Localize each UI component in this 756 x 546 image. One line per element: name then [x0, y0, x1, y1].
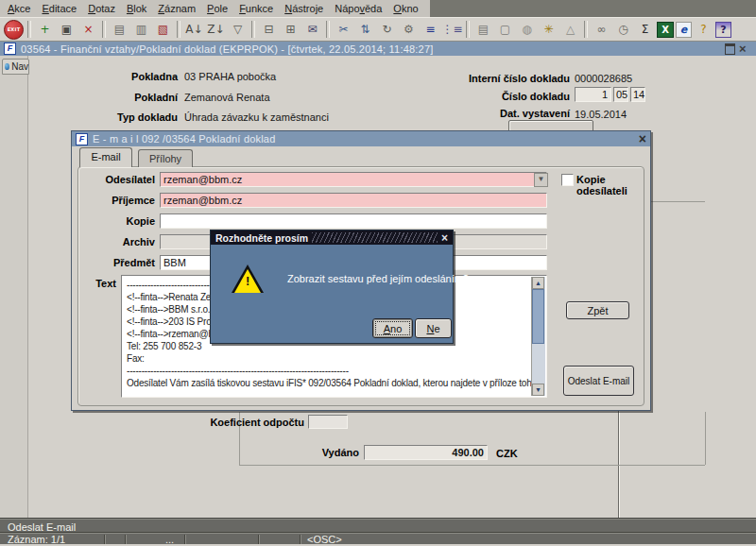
- confirm-dialog: Rozhodněte prosím × ! Zobrazit sestavu p…: [210, 230, 454, 344]
- vydano-field[interactable]: 490.00: [364, 445, 488, 460]
- text-line: ----------------------------------------…: [122, 365, 546, 377]
- filter-icon[interactable]: ▽: [228, 20, 248, 39]
- clipboard-icon[interactable]: ▤: [473, 20, 493, 39]
- hierarchy-icon[interactable]: ⋮≡: [442, 20, 462, 39]
- hint-icon[interactable]: ?: [694, 20, 713, 39]
- confirm-dialog-close-icon[interactable]: ×: [441, 231, 453, 245]
- email-dialog-title: E - m a i l 092 /03564 Pokladní doklad: [93, 133, 276, 145]
- sum-icon[interactable]: Σ: [635, 20, 655, 39]
- divider-line: [650, 201, 705, 202]
- back-button[interactable]: Zpět: [566, 301, 629, 319]
- typ-dokladu-value[interactable]: Úhrada závazku k zaměstnanci: [184, 111, 329, 123]
- pokladna-label: Pokladna: [90, 71, 178, 82]
- document-icon[interactable]: ▢: [495, 20, 515, 39]
- pokladna-value[interactable]: 03 PRAHA pobočka: [184, 71, 276, 82]
- rotate-icon[interactable]: ↻: [377, 20, 397, 39]
- restore-icon[interactable]: [725, 43, 735, 55]
- predmet-label: Předmět: [79, 257, 155, 268]
- tab-prilohy[interactable]: Přílohy: [138, 149, 193, 167]
- titlebar-hatch-pattern: [312, 232, 438, 243]
- send-email-button[interactable]: Odeslat E-mail: [563, 366, 634, 396]
- odesilatel-input[interactable]: rzeman@bbm.cz: [160, 172, 547, 187]
- excel-icon[interactable]: X: [657, 22, 674, 38]
- pokladni-label: Pokladní: [90, 92, 178, 103]
- toolbar-separator: [27, 21, 31, 38]
- print-icon[interactable]: ⊟: [259, 20, 279, 39]
- menu-item-3[interactable]: Blok: [121, 1, 152, 16]
- globe-icon[interactable]: ◍: [517, 20, 537, 39]
- kopie-input[interactable]: [160, 213, 547, 229]
- close-icon[interactable]: ×: [739, 42, 747, 56]
- cislo-dokladu-part2[interactable]: 05: [613, 87, 628, 102]
- scrollbar-thumb[interactable]: [532, 289, 544, 344]
- copy-to-sender-label: Kopie odesílateli: [576, 174, 643, 196]
- update-icon[interactable]: ⇅: [355, 20, 375, 39]
- yes-button[interactable]: Ano: [372, 318, 413, 338]
- typ-dokladu-label: Typ dokladu: [90, 111, 178, 123]
- cut-icon[interactable]: ✂: [334, 20, 353, 39]
- sort-desc-icon[interactable]: Z↓: [206, 20, 226, 39]
- exit-button[interactable]: EXIT: [4, 20, 24, 40]
- ifis-dialog-icon: F: [76, 133, 88, 145]
- client-area: Nav Pokladna 03 PRAHA pobočka Pokladní Z…: [0, 56, 756, 518]
- menu-item-7[interactable]: Nástroje: [279, 1, 329, 16]
- nav-tab[interactable]: Nav: [2, 59, 29, 75]
- datum-value[interactable]: 19.05.2014: [575, 109, 627, 120]
- menu-item-2[interactable]: Dotaz: [82, 1, 121, 16]
- toolbar-separator: [251, 21, 255, 38]
- kopie-label: Kopie: [79, 215, 155, 227]
- koeficient-field[interactable]: [308, 415, 348, 429]
- menu-item-5[interactable]: Pole: [201, 1, 233, 16]
- groupbox-border: [705, 412, 706, 465]
- menu-item-0[interactable]: Akce: [2, 1, 36, 16]
- menu-item-6[interactable]: Funkce: [233, 1, 279, 16]
- copy-record-icon[interactable]: ▥: [131, 20, 151, 39]
- scroll-up-icon[interactable]: ▲: [532, 277, 544, 289]
- toolbar-separator: [102, 21, 106, 38]
- interni-cislo-value[interactable]: 0000028685: [575, 73, 632, 84]
- nav-strip: Nav: [0, 56, 28, 518]
- copy-to-sender-checkbox[interactable]: [561, 174, 574, 186]
- context-help-icon[interactable]: ?: [715, 22, 731, 38]
- sort-asc-icon[interactable]: A↓: [184, 20, 204, 39]
- tools-icon[interactable]: ⚙: [399, 20, 419, 39]
- wheel-icon[interactable]: ✳: [539, 20, 558, 39]
- text-label: Text: [79, 278, 116, 289]
- koeficient-label: Koeficient odpočtu: [189, 417, 304, 428]
- no-button[interactable]: Ne: [415, 318, 452, 338]
- export-icon[interactable]: e: [676, 22, 692, 38]
- odesilatel-dropdown-icon[interactable]: ▼: [534, 173, 548, 187]
- duplicate-record-icon[interactable]: ▣: [57, 20, 77, 39]
- datum-label: Dat. vystavení: [425, 108, 570, 119]
- nav-globe-icon: [5, 63, 9, 70]
- menu-item-9[interactable]: Okno: [387, 1, 423, 16]
- cislo-dokladu-part1[interactable]: 1: [575, 87, 611, 102]
- clock-icon[interactable]: ◷: [613, 20, 633, 39]
- nav-tab-label: Nav: [11, 61, 28, 72]
- prijemce-input[interactable]: rzeman@bbm.cz: [160, 193, 547, 208]
- clear-record-icon[interactable]: ▧: [153, 20, 173, 39]
- insert-record-icon[interactable]: +: [35, 20, 55, 39]
- send-email-icon[interactable]: ✉: [302, 20, 322, 39]
- status-cell-divider: [184, 535, 185, 544]
- delete-record-icon[interactable]: ×: [78, 20, 98, 39]
- email-dialog-close-icon[interactable]: ×: [639, 131, 646, 146]
- navigator-icon[interactable]: ≡: [421, 20, 440, 39]
- scroll-down-icon[interactable]: ▼: [532, 384, 544, 396]
- menu-item-1[interactable]: Editace: [36, 1, 82, 16]
- status-cell-divider: [125, 535, 126, 544]
- menu-item-4[interactable]: Záznam: [152, 1, 201, 16]
- tab-email[interactable]: E-mail: [79, 147, 132, 167]
- pokladni-value[interactable]: Zemanová Renata: [184, 92, 270, 103]
- print-setup-icon[interactable]: ⊞: [281, 20, 301, 39]
- email-dialog-title-bar: F E - m a i l 092 /03564 Pokladní doklad…: [72, 131, 650, 146]
- status-cell-divider: [104, 535, 105, 544]
- menu-item-8[interactable]: Nápověda: [329, 1, 387, 16]
- confirm-message: Zobrazit sestavu před jejím odesláním?: [287, 273, 469, 284]
- copy-block-icon[interactable]: ▤: [110, 20, 129, 39]
- pyramid-icon[interactable]: △: [560, 20, 580, 39]
- keys-icon[interactable]: ∞: [592, 20, 611, 39]
- toolbar-separator: [466, 21, 470, 38]
- textarea-scrollbar[interactable]: ▲ ▼: [531, 277, 545, 396]
- cislo-dokladu-part3[interactable]: 14: [630, 87, 645, 102]
